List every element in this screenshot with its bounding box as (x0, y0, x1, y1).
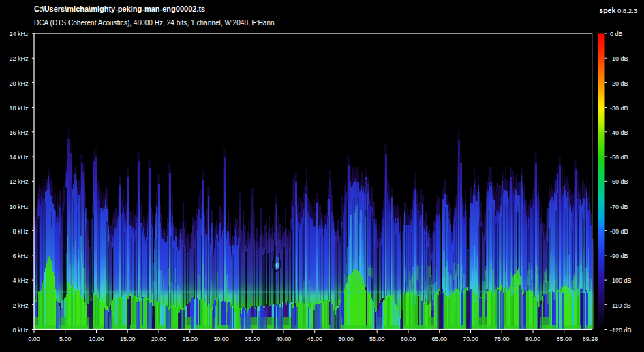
svg-text:10 kHz: 10 kHz (10, 204, 29, 210)
svg-text:50:00: 50:00 (338, 336, 354, 342)
svg-text:-80 dB: -80 dB (610, 228, 628, 235)
svg-text:80:00: 80:00 (525, 336, 541, 342)
svg-text:-50 dB: -50 dB (610, 154, 628, 161)
svg-text:-20 dB: -20 dB (610, 80, 628, 87)
svg-text:15:00: 15:00 (120, 336, 136, 342)
svg-text:70:00: 70:00 (463, 336, 478, 342)
svg-text:14 kHz: 14 kHz (10, 154, 29, 161)
svg-text:-110 dB: -110 dB (610, 302, 631, 309)
svg-text:8 kHz: 8 kHz (13, 228, 29, 235)
svg-text:45:00: 45:00 (307, 336, 322, 342)
svg-text:16 kHz: 16 kHz (10, 129, 29, 136)
svg-text:-100 dB: -100 dB (610, 277, 632, 284)
svg-text:5:00: 5:00 (59, 336, 72, 342)
svg-text:-120 dB: -120 dB (610, 327, 632, 334)
svg-text:-90 dB: -90 dB (610, 253, 628, 259)
svg-text:-40 dB: -40 dB (610, 129, 628, 136)
svg-text:-30 dB: -30 dB (610, 105, 628, 112)
svg-text:85:00: 85:00 (556, 336, 572, 342)
svg-text:-10 dB: -10 dB (610, 55, 628, 62)
svg-text:0 kHz: 0 kHz (13, 327, 29, 334)
svg-text:89:28: 89:28 (583, 336, 598, 342)
svg-text:20 kHz: 20 kHz (10, 80, 29, 87)
svg-text:55:00: 55:00 (369, 336, 385, 342)
svg-text:0:00: 0:00 (28, 336, 40, 342)
svg-text:2 kHz: 2 kHz (13, 302, 29, 309)
svg-text:spek 0.8.2.3: spek 0.8.2.3 (599, 6, 637, 14)
svg-text:40:00: 40:00 (276, 336, 292, 342)
svg-text:75:00: 75:00 (494, 336, 510, 342)
svg-text:30:00: 30:00 (213, 336, 229, 342)
svg-text:6 kHz: 6 kHz (13, 253, 29, 259)
svg-text:10:00: 10:00 (89, 336, 104, 342)
svg-text:12 kHz: 12 kHz (10, 178, 29, 185)
svg-text:22 kHz: 22 kHz (10, 55, 29, 62)
svg-text:-70 dB: -70 dB (610, 204, 628, 210)
svg-text:60:00: 60:00 (401, 336, 416, 342)
svg-text:35:00: 35:00 (245, 336, 260, 342)
svg-text:20:00: 20:00 (151, 336, 167, 342)
svg-text:C:\Users\micha\mighty-peking-m: C:\Users\micha\mighty-peking-man-eng0000… (34, 5, 205, 13)
svg-text:25:00: 25:00 (182, 336, 198, 342)
svg-text:0 dB: 0 dB (610, 31, 623, 37)
svg-text:DCA (DTS Coherent Acoustics),: DCA (DTS Coherent Acoustics), 48000 Hz, … (34, 19, 275, 27)
svg-text:24 kHz: 24 kHz (10, 31, 29, 37)
svg-text:-60 dB: -60 dB (610, 178, 628, 185)
svg-text:18 kHz: 18 kHz (10, 105, 29, 112)
svg-text:65:00: 65:00 (431, 336, 447, 342)
svg-text:4 kHz: 4 kHz (13, 277, 29, 284)
